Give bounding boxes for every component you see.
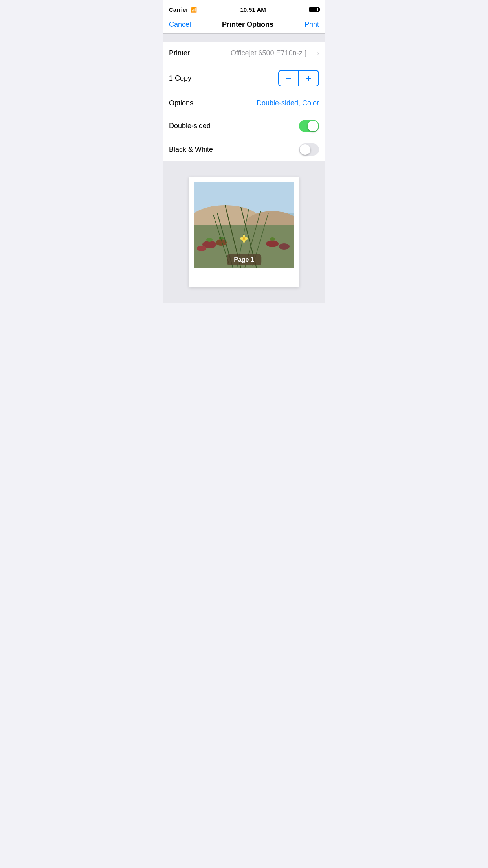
carrier-wifi: Carrier 📶 (169, 6, 197, 13)
settings-section: Printer Officejet 6500 E710n-z [... › 1 … (163, 42, 325, 161)
preview-card: Page 1 (189, 177, 299, 287)
battery-fill (310, 8, 317, 11)
increment-copies-button[interactable]: + (299, 70, 319, 86)
svg-point-26 (243, 237, 245, 240)
navigation-bar: Cancel Printer Options Print (163, 17, 325, 34)
printer-label: Printer (169, 49, 190, 57)
black-white-row: Black & White (163, 138, 325, 161)
page-label-container: Page 1 (227, 256, 261, 263)
battery-icon (309, 7, 319, 12)
status-time: 10:51 AM (240, 6, 266, 13)
svg-point-7 (197, 246, 206, 251)
page-title: Printer Options (222, 20, 273, 29)
double-sided-row: Double-sided (163, 114, 325, 138)
svg-point-24 (240, 237, 243, 240)
section-gap-top (163, 34, 325, 42)
black-white-label: Black & White (169, 145, 213, 154)
status-bar: Carrier 📶 10:51 AM (163, 0, 325, 17)
preview-area: Page 1 (163, 161, 325, 303)
copies-label: 1 Copy (169, 74, 191, 83)
black-white-thumb (300, 144, 310, 155)
double-sided-thumb (308, 121, 318, 131)
svg-point-10 (206, 238, 213, 242)
copy-stepper: − + (278, 70, 319, 86)
svg-point-9 (279, 243, 290, 250)
preview-image: Page 1 (194, 182, 294, 268)
svg-point-22 (243, 235, 245, 238)
printer-value: Officejet 6500 E710n-z [... (231, 49, 312, 57)
options-value: Double-sided, Color (257, 99, 319, 107)
printer-chevron-icon: › (317, 50, 319, 57)
carrier-label: Carrier (169, 6, 188, 13)
decrement-copies-button[interactable]: − (278, 70, 299, 86)
options-row[interactable]: Options Double-sided, Color (163, 92, 325, 114)
svg-point-23 (243, 239, 245, 243)
options-label: Options (169, 99, 193, 107)
cancel-button[interactable]: Cancel (169, 20, 191, 29)
printer-row[interactable]: Printer Officejet 6500 E710n-z [... › (163, 42, 325, 64)
svg-point-25 (245, 237, 248, 240)
black-white-toggle[interactable] (299, 143, 319, 156)
battery-indicator (309, 7, 319, 12)
double-sided-label: Double-sided (169, 122, 211, 130)
double-sided-toggle[interactable] (299, 120, 319, 132)
copies-row: 1 Copy − + (163, 64, 325, 92)
wifi-icon: 📶 (191, 7, 197, 13)
double-sided-track (299, 120, 319, 132)
page-label: Page 1 (227, 254, 261, 265)
svg-point-12 (270, 237, 275, 241)
print-button[interactable]: Print (305, 20, 319, 29)
svg-point-8 (266, 240, 279, 247)
black-white-track (299, 143, 319, 156)
